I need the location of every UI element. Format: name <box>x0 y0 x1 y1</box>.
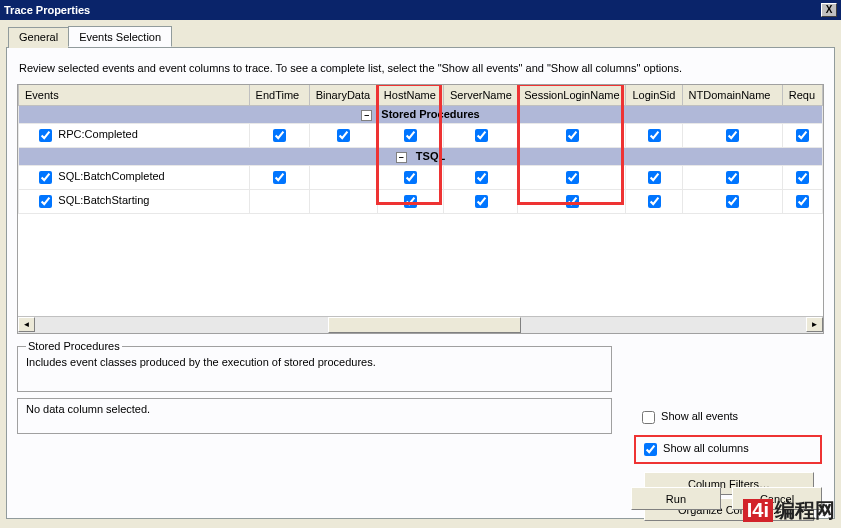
cell-checkbox[interactable] <box>404 129 417 142</box>
col-events[interactable]: Events <box>19 85 250 106</box>
column-info-fieldset: No data column selected. <box>17 398 612 434</box>
cell-checkbox[interactable] <box>726 171 739 184</box>
show-all-columns-label: Show all columns <box>663 442 749 454</box>
tab-general[interactable]: General <box>8 27 69 48</box>
collapse-icon[interactable]: – <box>361 110 372 121</box>
col-loginsid[interactable]: LoginSid <box>626 85 682 106</box>
cell-checkbox[interactable] <box>648 129 661 142</box>
event-checkbox[interactable] <box>39 195 52 208</box>
event-checkbox[interactable] <box>39 129 52 142</box>
cell-checkbox[interactable] <box>796 195 809 208</box>
scroll-left-button[interactable]: ◄ <box>18 317 35 332</box>
cell-checkbox[interactable] <box>566 129 579 142</box>
scroll-track[interactable] <box>35 317 806 333</box>
event-label: SQL:BatchStarting <box>58 194 149 206</box>
collapse-icon[interactable]: – <box>396 152 407 163</box>
event-info-text: Includes event classes produced by the e… <box>26 356 376 368</box>
watermark: I4i编程网 <box>743 497 835 524</box>
cell-checkbox[interactable] <box>796 171 809 184</box>
cell-checkbox[interactable] <box>566 171 579 184</box>
scroll-right-button[interactable]: ► <box>806 317 823 332</box>
event-row-batchstarting: SQL:BatchStarting <box>19 190 823 214</box>
col-endtime[interactable]: EndTime <box>249 85 309 106</box>
event-info-legend: Stored Procedures <box>26 340 122 352</box>
watermark-logo: I4i <box>743 499 773 522</box>
title-bar: Trace Properties X <box>0 0 841 20</box>
cell-checkbox[interactable] <box>796 129 809 142</box>
horizontal-scrollbar[interactable]: ◄ ► <box>18 316 823 333</box>
col-request[interactable]: Requ <box>782 85 822 106</box>
watermark-text: 编程网 <box>775 499 835 521</box>
category-label: Stored Procedures <box>381 108 479 120</box>
event-label: SQL:BatchCompleted <box>58 170 164 182</box>
window-title: Trace Properties <box>4 4 821 16</box>
category-label: TSQL <box>416 150 445 162</box>
col-servername[interactable]: ServerName <box>444 85 518 106</box>
col-hostname[interactable]: HostName <box>377 85 443 106</box>
cell-checkbox[interactable] <box>566 195 579 208</box>
close-button[interactable]: X <box>821 3 837 17</box>
scroll-thumb[interactable] <box>328 317 521 333</box>
col-sessionloginname[interactable]: SessionLoginName <box>518 85 626 106</box>
cell-checkbox[interactable] <box>648 171 661 184</box>
event-row-batchcompleted: SQL:BatchCompleted <box>19 166 823 190</box>
event-checkbox[interactable] <box>39 171 52 184</box>
cell-checkbox[interactable] <box>273 129 286 142</box>
cell-checkbox[interactable] <box>404 171 417 184</box>
show-all-columns-checkbox[interactable] <box>644 443 657 456</box>
col-binarydata[interactable]: BinaryData <box>309 85 377 106</box>
cell-checkbox[interactable] <box>337 129 350 142</box>
show-all-events-label: Show all events <box>661 410 738 422</box>
panel-description: Review selected events and event columns… <box>19 62 824 74</box>
cell-checkbox[interactable] <box>648 195 661 208</box>
cell-checkbox[interactable] <box>726 195 739 208</box>
event-label: RPC:Completed <box>58 128 137 140</box>
events-panel: Review selected events and event columns… <box>6 47 835 519</box>
show-all-events-checkbox[interactable] <box>642 411 655 424</box>
category-tsql: – TSQL <box>19 148 823 166</box>
event-info-fieldset: Stored Procedures Includes event classes… <box>17 340 612 392</box>
tab-strip: General Events Selection <box>8 26 841 47</box>
run-button[interactable]: Run <box>631 487 721 510</box>
event-row-rpc: RPC:Completed <box>19 124 823 148</box>
tab-events-selection[interactable]: Events Selection <box>68 26 172 47</box>
events-grid: Events EndTime BinaryData HostName Serve… <box>17 84 824 334</box>
category-stored-procedures: – Stored Procedures <box>19 106 823 124</box>
header-row: Events EndTime BinaryData HostName Serve… <box>19 85 823 106</box>
cell-checkbox[interactable] <box>475 171 488 184</box>
column-info-text: No data column selected. <box>26 403 150 415</box>
cell-checkbox[interactable] <box>475 129 488 142</box>
cell-checkbox[interactable] <box>404 195 417 208</box>
cell-checkbox[interactable] <box>273 171 286 184</box>
cell-checkbox[interactable] <box>726 129 739 142</box>
cell-checkbox[interactable] <box>475 195 488 208</box>
col-ntdomainname[interactable]: NTDomainName <box>682 85 782 106</box>
